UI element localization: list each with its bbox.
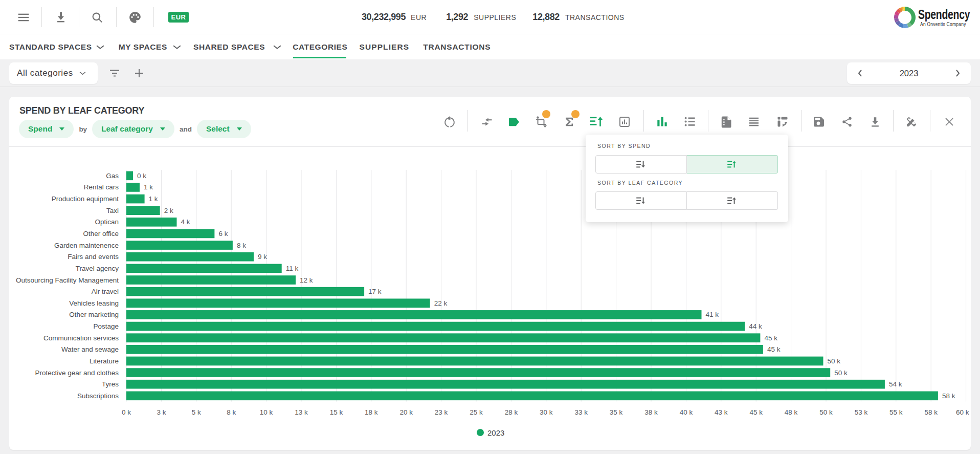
svg-text:35 k: 35 k xyxy=(610,408,623,416)
svg-text:44 k: 44 k xyxy=(749,322,762,330)
svg-text:10 k: 10 k xyxy=(260,408,273,416)
svg-text:11 k: 11 k xyxy=(286,265,299,272)
svg-text:3 k: 3 k xyxy=(157,408,166,416)
svg-text:48 k: 48 k xyxy=(785,408,798,416)
svg-text:Air travel: Air travel xyxy=(92,288,119,295)
svg-text:50 k: 50 k xyxy=(834,369,848,377)
svg-text:2 k: 2 k xyxy=(164,207,173,214)
svg-text:58 k: 58 k xyxy=(924,408,938,416)
svg-text:Travel agency: Travel agency xyxy=(76,265,119,272)
svg-text:38 k: 38 k xyxy=(644,408,658,416)
svg-text:Taxi: Taxi xyxy=(106,207,119,214)
svg-text:Water and sewage: Water and sewage xyxy=(61,345,119,353)
svg-text:54 k: 54 k xyxy=(889,380,902,388)
svg-text:13 k: 13 k xyxy=(295,408,308,416)
svg-text:45 k: 45 k xyxy=(767,345,781,353)
svg-text:45 k: 45 k xyxy=(749,408,763,416)
svg-text:Optican: Optican xyxy=(95,218,119,226)
svg-text:17 k: 17 k xyxy=(368,288,382,295)
svg-text:Outsourcing Facility Managemen: Outsourcing Facility Management xyxy=(16,276,119,284)
svg-text:1 k: 1 k xyxy=(149,195,158,203)
svg-text:6 k: 6 k xyxy=(218,230,228,237)
svg-text:Communication services: Communication services xyxy=(43,334,119,342)
svg-text:9 k: 9 k xyxy=(258,253,267,261)
svg-text:55 k: 55 k xyxy=(889,408,903,416)
svg-text:45 k: 45 k xyxy=(764,334,777,342)
svg-text:8 k: 8 k xyxy=(227,408,236,416)
svg-text:Garden maintenence: Garden maintenence xyxy=(54,242,119,249)
svg-text:30 k: 30 k xyxy=(540,408,553,416)
svg-text:23 k: 23 k xyxy=(435,408,448,416)
svg-text:50 k: 50 k xyxy=(819,408,833,416)
svg-text:5 k: 5 k xyxy=(192,408,201,416)
svg-text:Literature: Literature xyxy=(90,357,119,365)
svg-text:43 k: 43 k xyxy=(715,408,728,416)
svg-text:28 k: 28 k xyxy=(505,408,518,416)
svg-text:33 k: 33 k xyxy=(574,408,588,416)
svg-text:Tyres: Tyres xyxy=(102,380,119,388)
svg-text:15 k: 15 k xyxy=(330,408,343,416)
svg-text:0 k: 0 k xyxy=(137,172,146,180)
svg-text:12 k: 12 k xyxy=(300,276,313,284)
svg-text:Gas: Gas xyxy=(106,172,119,180)
svg-text:20 k: 20 k xyxy=(399,408,413,416)
svg-text:Production equipment: Production equipment xyxy=(52,195,119,203)
svg-text:22 k: 22 k xyxy=(434,299,448,307)
svg-text:0 k: 0 k xyxy=(122,408,131,416)
svg-text:25 k: 25 k xyxy=(470,408,483,416)
svg-text:8 k: 8 k xyxy=(237,242,246,249)
svg-text:Other office: Other office xyxy=(83,230,119,237)
svg-text:2023: 2023 xyxy=(487,428,504,437)
svg-text:Other marketing: Other marketing xyxy=(69,311,119,318)
svg-text:Fairs and events: Fairs and events xyxy=(68,253,119,261)
svg-text:Protective gear and clothes: Protective gear and clothes xyxy=(35,369,119,377)
svg-text:58 k: 58 k xyxy=(942,392,955,400)
svg-text:4 k: 4 k xyxy=(181,218,190,226)
svg-text:41 k: 41 k xyxy=(706,311,719,318)
svg-text:18 k: 18 k xyxy=(365,408,378,416)
svg-text:50 k: 50 k xyxy=(828,357,841,365)
svg-text:40 k: 40 k xyxy=(680,408,693,416)
svg-text:Rental cars: Rental cars xyxy=(84,183,119,191)
svg-text:Postage: Postage xyxy=(93,322,119,330)
svg-text:Vehicles leasing: Vehicles leasing xyxy=(69,299,119,307)
svg-text:1 k: 1 k xyxy=(144,183,153,191)
svg-text:Subscriptions: Subscriptions xyxy=(77,392,119,400)
svg-text:60 k: 60 k xyxy=(956,408,969,416)
svg-text:53 k: 53 k xyxy=(855,408,868,416)
